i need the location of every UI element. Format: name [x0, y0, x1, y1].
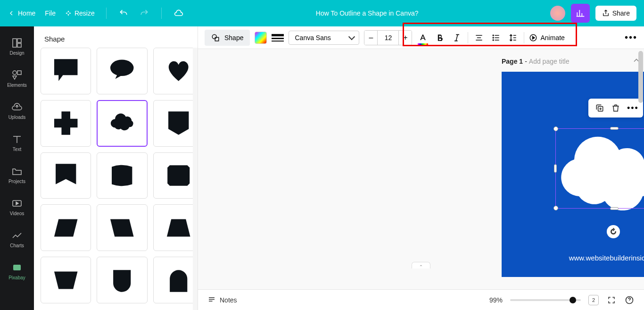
shape-arch-u[interactable]	[97, 257, 147, 303]
spacing-button[interactable]	[507, 32, 519, 44]
svg-rect-2	[17, 43, 21, 47]
resize-button[interactable]: Resize	[65, 9, 95, 17]
document-title[interactable]: How To Outline a Shape in Canva?	[184, 9, 550, 17]
cloud-sync-icon[interactable]	[173, 8, 184, 19]
canvas-scrollbar[interactable]	[638, 51, 643, 287]
font-dropdown[interactable]: Canva Sans	[289, 31, 359, 45]
sidebar-item-charts[interactable]: Charts	[0, 223, 34, 255]
panel-title: Shape	[34, 26, 198, 48]
svg-rect-6	[13, 265, 21, 270]
sidebar-item-projects[interactable]: Projects	[0, 159, 34, 191]
svg-rect-9	[215, 37, 219, 41]
redo-button[interactable]	[139, 8, 150, 19]
resize-handle-tl[interactable]	[553, 126, 558, 131]
canvas-url-text: www.websitebuilderinsider.com	[502, 254, 644, 262]
shape-trapezoid-down[interactable]	[41, 257, 91, 303]
canvas-area[interactable]: Page 1 - Add page title www.websitebuild…	[198, 49, 644, 289]
shape-heart[interactable]	[153, 48, 193, 94]
shape-plus[interactable]	[41, 100, 91, 147]
svg-rect-0	[13, 39, 17, 47]
more-button[interactable]: •••	[625, 32, 637, 43]
font-size-increase[interactable]: +	[398, 31, 412, 45]
separator	[524, 32, 524, 43]
rotate-handle[interactable]	[607, 225, 620, 238]
shape-arch[interactable]	[153, 257, 193, 303]
svg-rect-1	[17, 39, 21, 42]
resize-handle-l[interactable]	[554, 164, 557, 173]
shape-cloud[interactable]	[97, 100, 147, 147]
svg-point-12	[493, 40, 494, 41]
page-header: Page 1 - Add page title	[502, 58, 569, 65]
shape-bevel[interactable]	[153, 152, 193, 199]
shape-trapezoid-up[interactable]	[153, 204, 193, 251]
svg-rect-4	[17, 71, 21, 75]
shape-speech-square[interactable]	[41, 48, 91, 94]
zoom-value: 99%	[489, 296, 503, 304]
separator	[161, 8, 162, 19]
svg-point-7	[110, 60, 134, 76]
notes-button[interactable]: Notes	[207, 296, 237, 304]
help-button[interactable]	[624, 295, 635, 305]
resize-handle-b[interactable]	[610, 207, 619, 210]
shape-shield[interactable]	[153, 100, 193, 147]
animate-button[interactable]: Animate	[529, 34, 564, 42]
undo-button[interactable]	[118, 8, 129, 19]
shape-ribbon[interactable]	[41, 152, 91, 199]
separator	[106, 8, 107, 19]
font-size-value[interactable]: 12	[378, 34, 398, 42]
shape-grid	[34, 48, 193, 310]
svg-point-10	[493, 35, 494, 36]
zoom-slider[interactable]	[510, 299, 581, 301]
shapes-panel: Shape	[34, 26, 198, 310]
fill-color-button[interactable]	[255, 32, 267, 44]
more-button[interactable]: •••	[627, 103, 636, 113]
svg-point-3	[13, 71, 17, 75]
bold-button[interactable]	[434, 32, 446, 44]
shape-tool-button[interactable]: Shape	[205, 30, 250, 46]
far-sidebar: Design Elements Uploads Text Projects Vi…	[0, 26, 34, 310]
sidebar-item-design[interactable]: Design	[0, 30, 34, 62]
home-button[interactable]: Home	[8, 9, 35, 17]
top-bar: Home File Resize How To Outline a Shape …	[0, 0, 644, 26]
file-button[interactable]: File	[45, 9, 56, 17]
italic-button[interactable]	[451, 32, 463, 44]
sidebar-item-videos[interactable]: Videos	[0, 191, 34, 223]
separator	[468, 32, 468, 43]
duplicate-button[interactable]	[595, 103, 604, 113]
floating-toolbar: •••	[588, 99, 643, 117]
page-count-button[interactable]: 2	[588, 295, 599, 305]
home-label: Home	[18, 9, 35, 17]
resize-handle-t[interactable]	[610, 127, 619, 130]
topbar-left: Home File Resize	[8, 8, 184, 19]
font-size-group: – 12 +	[364, 30, 412, 45]
insights-button[interactable]	[571, 4, 590, 23]
page-title-input[interactable]: Add page title	[529, 58, 570, 65]
list-button[interactable]	[490, 32, 502, 44]
shape-parallelogram-right[interactable]	[97, 204, 147, 251]
shape-plaque[interactable]	[97, 152, 147, 199]
shape-speech-round[interactable]	[97, 48, 147, 94]
delete-button[interactable]	[611, 103, 620, 113]
resize-handle-bl[interactable]	[553, 206, 558, 210]
border-style-button[interactable]	[272, 32, 284, 44]
share-button[interactable]: Share	[595, 6, 636, 21]
sidebar-item-elements[interactable]: Elements	[0, 62, 34, 94]
topbar-right: Share	[550, 4, 636, 23]
sidebar-item-pixabay[interactable]: Pixabay	[0, 255, 34, 287]
text-color-button[interactable]	[417, 32, 429, 44]
fullscreen-button[interactable]	[606, 295, 617, 305]
font-size-decrease[interactable]: –	[364, 31, 378, 45]
sidebar-item-text[interactable]: Text	[0, 126, 34, 159]
collapse-tab[interactable]	[412, 262, 430, 268]
shape-parallelogram-left[interactable]	[41, 204, 91, 251]
sidebar-item-uploads[interactable]: Uploads	[0, 94, 34, 126]
selection-box[interactable]	[555, 128, 644, 209]
align-button[interactable]	[473, 32, 485, 44]
svg-point-8	[212, 34, 216, 39]
bottom-bar: Notes 99% 2	[198, 289, 644, 310]
avatar[interactable]	[550, 6, 565, 21]
panel-scrollbar[interactable]	[193, 48, 198, 310]
main-area: Shape Canva Sans – 12 + Animate •••	[198, 26, 644, 310]
svg-point-11	[493, 37, 494, 38]
zoom-knob[interactable]	[570, 297, 576, 303]
